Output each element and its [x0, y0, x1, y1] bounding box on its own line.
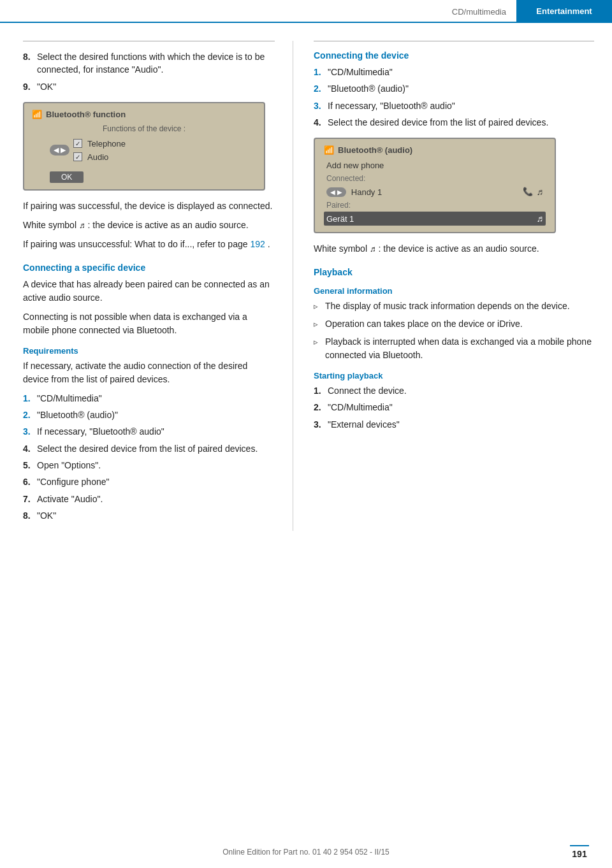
music-note-icon-left: ♬: [79, 221, 85, 230]
conn-step-3: 3. If necessary, "Bluetooth® audio": [314, 99, 594, 112]
conn-step-4-text: Select the desired device from the list …: [328, 116, 594, 129]
req-step-7: 7. Activate "Audio".: [23, 493, 275, 505]
connecting-device-heading: Connecting the device: [314, 50, 594, 61]
gerat1-name: Gerät 1: [326, 214, 354, 224]
nav-arrows-right: ◀ ▶: [326, 187, 346, 197]
req-step-6: 6. "Configure phone": [23, 475, 275, 488]
para-white-symbol-right: White symbol ♬ : the device is active as…: [314, 242, 594, 256]
arrow-icon-3: ▹: [314, 336, 325, 349]
playback-heading: Playback: [314, 267, 594, 277]
step-9-num: 9.: [23, 80, 37, 93]
req-step-6-num: 6.: [23, 475, 37, 488]
step-8: 8. Select the desired functions with whi…: [23, 50, 275, 76]
req-step-1-text: "CD/Multimedia": [37, 392, 275, 405]
req-step-2-text: "Bluetooth® (audio)": [37, 409, 275, 421]
req-step-5-text: Open "Options".: [37, 459, 275, 472]
nav-arrows-left: ◀ ▶: [50, 145, 69, 156]
ok-button-area: OK: [32, 166, 256, 183]
handy1-row: ◀ ▶ Handy 1 📞 ♬: [324, 185, 546, 199]
bluetooth-icon-left: 📶: [32, 110, 42, 119]
requirements-heading: Requirements: [23, 346, 275, 356]
top-divider: [23, 41, 275, 41]
req-step-8: 8. "OK": [23, 509, 275, 522]
conn-step-3-text: If necessary, "Bluetooth® audio": [328, 99, 594, 112]
bt-screen-right-title: 📶 Bluetooth® (audio): [324, 145, 546, 155]
white-symbol-right-prefix: White symbol: [314, 243, 370, 254]
connecting-steps: 1. "CD/Multimedia" 2. "Bluetooth® (audio…: [314, 66, 594, 129]
req-step-8-text: "OK": [37, 509, 275, 522]
page-link-192[interactable]: 192: [250, 239, 265, 249]
req-step-7-num: 7.: [23, 493, 37, 505]
bluetooth-icon-right: 📶: [324, 145, 334, 155]
arrow-icon-2: ▹: [314, 318, 325, 331]
general-bullets: ▹ The display of music track information…: [314, 300, 594, 362]
start-step-3: 3. "External devices": [314, 418, 594, 431]
handy1-name: Handy 1: [351, 187, 382, 197]
conn-step-1: 1. "CD/Multimedia": [314, 66, 594, 78]
step-9: 9. "OK": [23, 80, 275, 93]
start-step-3-text: "External devices": [328, 418, 594, 431]
starting-steps: 1. Connect the device. 2. "CD/Multimedia…: [314, 384, 594, 431]
conn-step-1-num: 1.: [314, 66, 328, 78]
bullet-2-text: Operation can takes place on the device …: [325, 317, 523, 331]
req-step-2: 2. "Bluetooth® (audio)": [23, 409, 275, 421]
music-note-handy1: ♬: [537, 187, 544, 197]
bt-screen-title-left: 📶 Bluetooth® function: [32, 110, 256, 119]
connected-label: Connected:: [324, 172, 546, 185]
checkbox-audio: [73, 152, 82, 161]
conn-step-2-text: "Bluetooth® (audio)": [328, 82, 594, 95]
left-column: 8. Select the desired functions with whi…: [0, 41, 293, 531]
handy1-icons: 📞 ♬: [523, 187, 544, 197]
bullet-2: ▹ Operation can takes place on the devic…: [314, 317, 594, 331]
start-step-3-num: 3.: [314, 418, 328, 431]
req-step-3: 3. If necessary, "Bluetooth® audio": [23, 425, 275, 438]
conn-step-2-num: 2.: [314, 82, 328, 95]
footer-text: Online Edition for Part no. 01 40 2 954 …: [222, 848, 390, 857]
para-pairing-success: If pairing was successful, the device is…: [23, 199, 275, 213]
phone-icon-handy1: 📞: [523, 187, 533, 197]
start-step-2: 2. "CD/Multimedia": [314, 401, 594, 414]
page-number: 191: [570, 845, 589, 859]
paired-label: Paired:: [324, 199, 546, 212]
music-note-icon-right: ♬: [370, 244, 376, 254]
bullet-3: ▹ Playback is interrupted when data is e…: [314, 335, 594, 362]
requirements-steps: 1. "CD/Multimedia" 2. "Bluetooth® (audio…: [23, 392, 275, 522]
bt-screen-right: 📶 Bluetooth® (audio) Add new phone Conne…: [314, 138, 556, 233]
bt-screen-left: 📶 Bluetooth® function Functions of the d…: [23, 102, 265, 191]
paired-label-text: Paired:: [326, 201, 351, 210]
conn-step-2: 2. "Bluetooth® (audio)": [314, 82, 594, 95]
ok-label[interactable]: OK: [50, 171, 84, 183]
right-top-divider: [314, 41, 594, 41]
checkbox-telephone: [73, 139, 82, 148]
arrow-icon-1: ▹: [314, 300, 325, 313]
right-column: Connecting the device 1. "CD/Multimedia"…: [293, 41, 612, 531]
req-step-3-text: If necessary, "Bluetooth® audio": [37, 425, 275, 438]
start-step-2-num: 2.: [314, 401, 328, 414]
white-symbol-suffix: : the device is active as an audio sourc…: [88, 220, 249, 230]
bt-row-telephone: Telephone: [73, 137, 126, 150]
start-step-2-text: "CD/Multimedia": [328, 401, 594, 414]
bt-screen-right-title-text: Bluetooth® (audio): [338, 145, 412, 155]
step-8-text: Select the desired functions with which …: [37, 50, 275, 76]
connecting-specific-heading: Connecting a specific device: [23, 263, 275, 273]
bt-screen-subtitle: Functions of the device :: [32, 124, 256, 133]
conn-step-1-text: "CD/Multimedia": [328, 66, 594, 78]
bullet-1-text: The display of music track information d…: [325, 300, 570, 313]
start-step-1-num: 1.: [314, 384, 328, 397]
initial-steps: 8. Select the desired functions with whi…: [23, 50, 275, 93]
cd-multimedia-label: CD/multimedia: [452, 6, 516, 17]
header-bar: CD/multimedia Entertainment: [0, 0, 612, 23]
main-content: 8. Select the desired functions with whi…: [0, 23, 612, 531]
start-step-1-text: Connect the device.: [328, 384, 594, 397]
label-telephone: Telephone: [87, 139, 126, 148]
bullet-3-text: Playback is interrupted when data is exc…: [325, 335, 594, 362]
req-step-5-num: 5.: [23, 459, 37, 472]
bt-row-audio: Audio: [73, 150, 126, 164]
unsuccessful-suffix: .: [268, 239, 270, 249]
entertainment-label: Entertainment: [516, 0, 612, 22]
para-unsuccessful: If pairing was unsuccessful: What to do …: [23, 238, 275, 251]
gerat1-row: Gerät 1 ♬: [324, 212, 546, 226]
start-step-1: 1. Connect the device.: [314, 384, 594, 397]
conn-step-4-num: 4.: [314, 116, 328, 129]
conn-step-4: 4. Select the desired device from the li…: [314, 116, 594, 129]
